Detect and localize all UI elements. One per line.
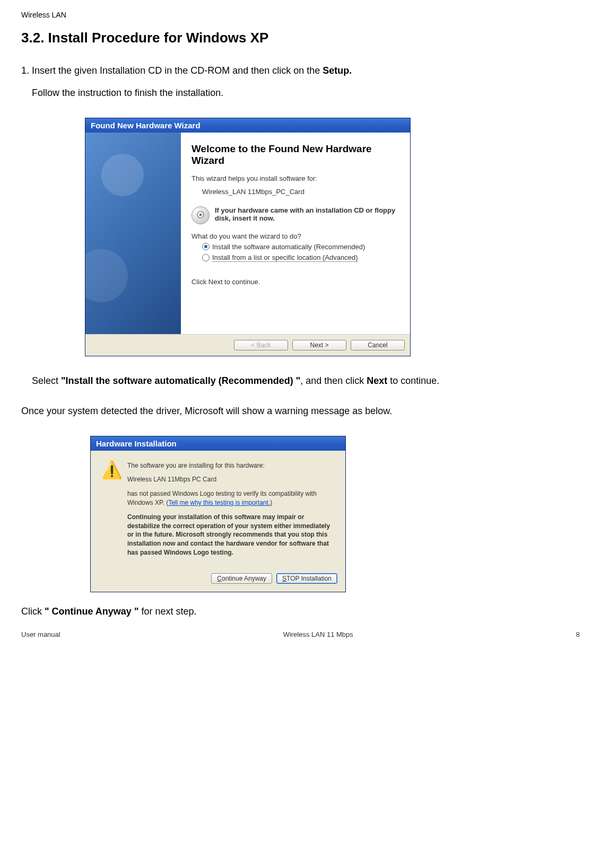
radio-option-recommended[interactable]: Install the software automatically (Reco… <box>202 243 399 251</box>
section-title: 3.2. Install Procedure for Windows XP <box>21 30 580 46</box>
wizard-device-name: Wireless_LAN 11Mbps_PC_Card <box>202 188 399 196</box>
page-footer: User manual Wireless LAN 11 Mbps 8 <box>21 630 580 638</box>
click-continue-post: for next step. <box>138 606 196 617</box>
wizard-helps-text: This wizard helps you install software f… <box>191 174 399 182</box>
instr-select-post: to continue. <box>387 375 439 386</box>
warning-icon: ⚠️ <box>101 461 119 563</box>
instr-select-pre: Select <box>32 375 61 386</box>
wizard-welcome: Welcome to the Found New Hardware Wizard <box>191 143 399 166</box>
hw-bold-warning: Continuing your installation of this sof… <box>127 513 335 557</box>
step1-pre: 1. Insert the given Installation CD in t… <box>21 65 323 76</box>
hw-titlebar: Hardware Installation <box>91 436 345 451</box>
radio-option-advanced[interactable]: Install from a list or specific location… <box>202 253 399 262</box>
wizard-click-next: Click Next to continue. <box>191 278 399 286</box>
hardware-installation-dialog: Hardware Installation ⚠️ The software yo… <box>90 436 346 592</box>
instr-detected: Once your system detected the driver, Mi… <box>21 402 580 419</box>
hw-line2-post: ) <box>270 499 272 506</box>
hw-line2: has not passed Windows Logo testing to v… <box>127 489 335 507</box>
hw-device: Wireless LAN 11Mbps PC Card <box>127 475 335 484</box>
hw-button-bar: CContinue Anywayontinue Anyway STOP Inst… <box>91 568 345 592</box>
wizard-what-do: What do you want the wizard to do? <box>191 232 399 240</box>
stop-installation-button[interactable]: STOP InstallationSTOP Installation <box>276 573 337 584</box>
footer-center: Wireless LAN 11 Mbps <box>283 630 353 638</box>
wizard-cd-text: If your hardware came with an installati… <box>215 206 399 222</box>
radio-label-1: Install the software automatically (Reco… <box>212 243 365 251</box>
instr-select-bold: "Install the software automatically (Rec… <box>61 375 300 386</box>
radio-icon <box>202 243 210 250</box>
instr-select-mid: , and then click <box>300 375 367 386</box>
next-button[interactable]: Next > <box>292 340 346 350</box>
hw-title: Hardware Installation <box>96 439 177 448</box>
wizard-titlebar: Found New Hardware Wizard <box>85 118 410 133</box>
step-1-text: 1. Insert the given Installation CD in t… <box>21 62 580 79</box>
cancel-button[interactable]: Cancel <box>351 340 405 350</box>
back-button: < Back <box>234 340 288 350</box>
wizard-button-bar: < Back Next > Cancel <box>85 334 410 356</box>
page-header: Wireless LAN <box>21 11 580 19</box>
footer-right: 8 <box>576 630 580 638</box>
wizard-title: Found New Hardware Wizard <box>91 121 201 130</box>
radio-label-2: Install from a list or specific location… <box>212 253 358 262</box>
step1-line2: Follow the instruction to finish the ins… <box>32 84 580 101</box>
radio-icon <box>202 254 210 261</box>
hw-link[interactable]: Tell me why this testing is important. <box>168 499 270 506</box>
wizard-sidebar-graphic <box>85 133 181 334</box>
click-continue-bold: " Continue Anyway " <box>45 606 138 617</box>
footer-left: User manual <box>21 630 60 638</box>
found-new-hardware-wizard: Found New Hardware Wizard Welcome to the… <box>85 118 411 356</box>
hw-line1: The software you are installing for this… <box>127 461 335 470</box>
click-continue-pre: Click <box>21 606 45 617</box>
step1-bold: Setup. <box>323 65 352 76</box>
cd-icon: ⦿ <box>191 206 210 224</box>
instr-select-next: Next <box>367 375 387 386</box>
click-continue-text: Click " Continue Anyway " for next step. <box>21 603 580 620</box>
instr-select: Select "Install the software automatical… <box>32 372 580 389</box>
continue-anyway-button[interactable]: CContinue Anywayontinue Anyway <box>211 573 272 584</box>
